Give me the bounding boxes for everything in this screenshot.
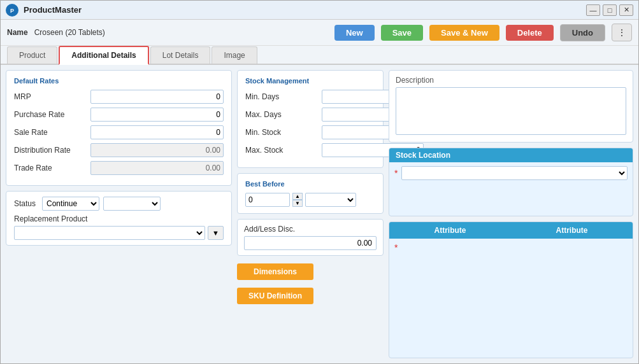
status-row: Status Continue Discontinued Active [14, 197, 224, 211]
best-before-unit-select[interactable]: Days Months Years [305, 193, 356, 207]
status-label: Status [14, 199, 36, 208]
purchase-rate-label: Purchase Rate [14, 110, 90, 119]
window-controls: — □ ✕ [586, 4, 633, 16]
status-section: Status Continue Discontinued Active Repl… [6, 191, 232, 246]
purchase-rate-input[interactable] [90, 108, 224, 122]
status-select[interactable]: Continue Discontinued Active [42, 197, 99, 211]
default-rates-title: Default Rates [14, 77, 224, 85]
mrp-input[interactable] [90, 90, 224, 104]
max-stock-row: Max. Stock [245, 143, 375, 157]
action-buttons: Dimensions SKU Definition [237, 261, 384, 311]
max-days-label: Max. Days [245, 110, 322, 119]
stock-location-section: Stock Location * [389, 148, 633, 216]
name-label: Name [7, 28, 28, 37]
attributes-section: Attribute Attribute * [389, 221, 633, 358]
new-button[interactable]: New [334, 25, 375, 41]
save-new-button[interactable]: Save & New [429, 25, 499, 41]
min-stock-row: Min. Stock [245, 125, 375, 139]
description-section: Description [389, 70, 633, 143]
replacement-dropdown-btn[interactable]: ▼ [208, 226, 224, 240]
tab-lot-details[interactable]: Lot Details [150, 46, 211, 64]
min-days-row: Min. Days [245, 90, 375, 104]
distribution-rate-input [90, 143, 224, 157]
close-button[interactable]: ✕ [619, 4, 633, 16]
spin-buttons: ▲ ▼ [292, 193, 303, 207]
min-stock-label: Min. Stock [245, 128, 322, 137]
attribute-col1-header: Attribute [389, 225, 511, 236]
add-less-input[interactable] [244, 236, 377, 250]
minimize-button[interactable]: — [586, 4, 600, 16]
stock-location-title: Stock Location [396, 151, 450, 160]
mrp-row: MRP [14, 90, 224, 104]
replacement-select[interactable] [14, 226, 205, 240]
add-less-section: Add/Less Disc. [237, 219, 384, 256]
best-before-input[interactable] [245, 193, 290, 207]
trade-rate-input [90, 161, 224, 175]
main-window: P ProductMaster — □ ✕ Name Croseen (20 T… [0, 0, 639, 364]
tab-image[interactable]: Image [212, 46, 257, 64]
dimensions-button[interactable]: Dimensions [237, 263, 313, 280]
distribution-rate-row: Distribution Rate [14, 143, 224, 157]
default-rates-section: Default Rates MRP Purchase Rate Sale Rat… [6, 70, 232, 186]
delete-button[interactable]: Delete [506, 25, 554, 41]
status-extra-select[interactable] [103, 197, 161, 211]
stock-location-required: * [394, 168, 398, 178]
tab-product[interactable]: Product [7, 46, 57, 64]
tab-additional-details[interactable]: Additional Details [59, 46, 148, 65]
trade-rate-label: Trade Rate [14, 164, 90, 172]
record-name: Croseen (20 Tablets) [34, 28, 105, 37]
distribution-rate-label: Distribution Rate [14, 146, 90, 155]
replacement-label: Replacement Product [14, 214, 224, 223]
best-before-title: Best Before [245, 180, 375, 188]
sku-definition-button[interactable]: SKU Definition [237, 288, 313, 304]
max-days-row: Max. Days [245, 108, 375, 122]
left-panel: Default Rates MRP Purchase Rate Sale Rat… [6, 70, 232, 358]
purchase-rate-row: Purchase Rate [14, 108, 224, 122]
best-before-row: ▲ ▼ Days Months Years [245, 193, 375, 207]
attributes-body: * [389, 239, 633, 358]
mrp-label: MRP [14, 92, 90, 101]
stock-location-header: Stock Location [389, 148, 633, 162]
app-icon: P [6, 4, 18, 17]
min-days-label: Min. Days [245, 92, 322, 101]
replacement-product-wrapper: Replacement Product ▼ [14, 214, 224, 240]
main-content: Default Rates MRP Purchase Rate Sale Rat… [1, 65, 638, 363]
right-panel: Description Stock Location * [389, 70, 633, 358]
stock-management-section: Stock Management Min. Days Max. Days Min… [237, 70, 384, 168]
attributes-header: Attribute Attribute [389, 222, 633, 239]
stock-location-list [389, 184, 633, 216]
maximize-button[interactable]: □ [603, 4, 617, 16]
mid-panel: Stock Management Min. Days Max. Days Min… [237, 70, 384, 358]
tabs-row: Product Additional Details Lot Details I… [1, 46, 638, 65]
description-textarea[interactable] [396, 87, 626, 135]
stock-management-title: Stock Management [245, 77, 375, 85]
window-title: ProductMaster [24, 5, 586, 15]
sale-rate-label: Sale Rate [14, 128, 90, 137]
description-label: Description [396, 76, 626, 85]
add-less-label: Add/Less Disc. [244, 225, 377, 234]
sale-rate-input[interactable] [90, 125, 224, 139]
title-bar: P ProductMaster — □ ✕ [1, 1, 638, 20]
header-row: Name Croseen (20 Tablets) New Save Save … [1, 20, 638, 46]
svg-text:P: P [10, 8, 14, 14]
attributes-required: * [394, 241, 398, 254]
max-stock-label: Max. Stock [245, 146, 322, 155]
attribute-col2-header: Attribute [511, 225, 633, 236]
trade-rate-row: Trade Rate [14, 161, 224, 175]
sale-rate-row: Sale Rate [14, 125, 224, 139]
stock-location-body: * [389, 162, 633, 184]
spin-up-button[interactable]: ▲ [292, 193, 303, 200]
save-button[interactable]: Save [381, 25, 423, 41]
spin-down-button[interactable]: ▼ [292, 200, 303, 207]
more-button[interactable]: ⋮ [612, 24, 632, 41]
undo-button[interactable]: Undo [560, 24, 605, 41]
stock-location-select[interactable] [401, 166, 628, 180]
best-before-section: Best Before ▲ ▼ Days Months Years [237, 173, 384, 214]
